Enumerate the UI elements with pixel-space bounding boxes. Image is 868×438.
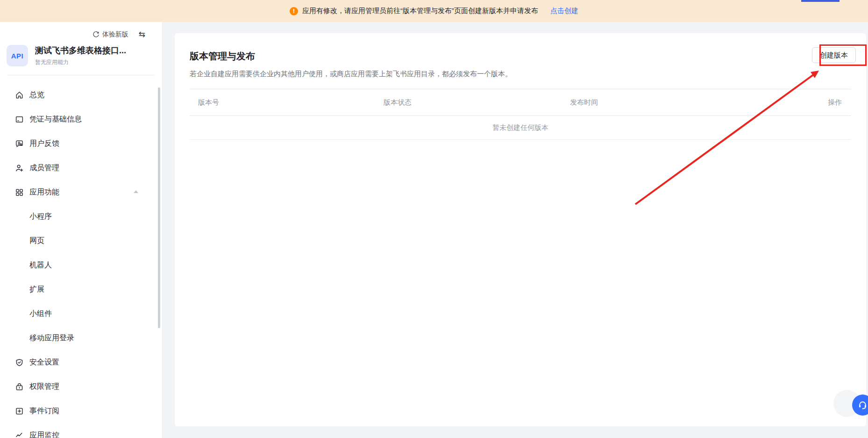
column-header-version-number: 版本号: [190, 98, 384, 107]
chevron-up-icon[interactable]: [134, 190, 138, 193]
sidebar-menu: 总览 凭证与基础信息 用户反馈 成员管理: [0, 75, 162, 438]
sidebar-item-web-app[interactable]: 网页: [0, 229, 162, 253]
app-header: API 测试飞书多维表格接口... 暂无应用能力: [7, 45, 155, 66]
refresh-icon: [92, 31, 100, 38]
sidebar-item-widget[interactable]: 小组件: [0, 302, 162, 326]
warning-icon: !: [290, 7, 298, 15]
sidebar-scrollbar[interactable]: [158, 87, 160, 328]
sidebar-item-mini-program[interactable]: 小程序: [0, 204, 162, 229]
sidebar-item-mobile-login[interactable]: 移动应用登录: [0, 326, 162, 350]
browser-loading-strip: [801, 0, 840, 2]
column-header-version-status: 版本状态: [384, 98, 570, 107]
sidebar-item-label: 安全设置: [29, 358, 59, 367]
sidebar-item-app-monitoring[interactable]: 应用监控: [0, 423, 162, 438]
headset-icon: [857, 400, 868, 410]
sidebar-item-label: 事件订阅: [29, 406, 59, 416]
app-layout: 体验新版 ⇆ API 测试飞书多维表格接口... 暂无应用能力 总览: [0, 22, 868, 438]
home-icon: [15, 91, 24, 100]
try-new-version-link[interactable]: 体验新版: [102, 30, 128, 39]
sidebar-item-label: 应用功能: [29, 187, 59, 197]
page-title: 版本管理与发布: [190, 50, 851, 63]
sidebar-item-event-subscription[interactable]: 事件订阅: [0, 399, 162, 423]
sidebar-item-member-management[interactable]: 成员管理: [0, 156, 162, 180]
sidebar-item-label: 扩展: [29, 285, 44, 294]
main-content-area: 版本管理与发布 若企业自建应用需要供企业内其他用户使用，或商店应用需要上架飞书应…: [163, 22, 868, 438]
column-header-publish-time: 发布时间: [570, 98, 778, 107]
sidebar-item-overview[interactable]: 总览: [0, 83, 162, 107]
credential-icon: [15, 115, 24, 124]
sidebar-item-label: 网页: [29, 236, 44, 246]
sidebar-item-security-settings[interactable]: 安全设置: [0, 350, 162, 374]
feedback-icon: [15, 139, 24, 148]
sidebar-item-label: 凭证与基础信息: [29, 115, 82, 124]
sidebar-item-extension[interactable]: 扩展: [0, 277, 162, 302]
grid-icon: [15, 188, 24, 197]
sidebar-item-label: 机器人: [29, 260, 52, 270]
sidebar-item-bot[interactable]: 机器人: [0, 253, 162, 277]
shield-check-icon: [15, 358, 24, 367]
column-header-actions: 操作: [778, 98, 851, 107]
sidebar-item-label: 小组件: [29, 309, 52, 319]
sidebar-item-permission-management[interactable]: 权限管理: [0, 374, 162, 399]
banner-create-link[interactable]: 点击创建: [550, 7, 578, 15]
sidebar-item-user-feedback[interactable]: 用户反馈: [0, 131, 162, 156]
create-version-button[interactable]: 创建版本: [812, 47, 856, 63]
sidebar-item-label: 用户反馈: [29, 139, 59, 149]
member-add-icon: [15, 164, 24, 172]
app-avatar: API: [7, 45, 28, 66]
sidebar-item-label: 小程序: [29, 212, 52, 222]
page-description: 若企业自建应用需要供企业内其他用户使用，或商店应用需要上架飞书应用目录，都必须发…: [190, 70, 851, 79]
sidebar-item-label: 总览: [29, 90, 44, 100]
app-name: 测试飞书多维表格接口...: [35, 45, 126, 56]
app-modified-banner: ! 应用有修改，请应用管理员前往“版本管理与发布”页面创建新版本并申请发布 点击…: [0, 0, 868, 22]
sidebar-item-label: 成员管理: [29, 163, 59, 173]
version-management-card: 版本管理与发布 若企业自建应用需要供企业内其他用户使用，或商店应用需要上架飞书应…: [175, 33, 866, 426]
lock-icon: [15, 382, 24, 391]
collapse-sidebar-icon[interactable]: ⇆: [139, 29, 145, 39]
event-plus-icon: [15, 407, 24, 416]
sidebar-item-app-features[interactable]: 应用功能: [0, 180, 162, 204]
table-empty-state: 暂未创建任何版本: [190, 116, 851, 140]
sidebar-item-label: 权限管理: [29, 382, 59, 392]
sidebar: 体验新版 ⇆ API 测试飞书多维表格接口... 暂无应用能力 总览: [0, 22, 163, 438]
sidebar-item-label: 移动应用登录: [29, 333, 74, 343]
sidebar-item-label: 应用监控: [29, 431, 59, 438]
app-subtitle: 暂无应用能力: [35, 58, 126, 66]
monitor-chart-icon: [15, 431, 24, 438]
sidebar-item-credentials[interactable]: 凭证与基础信息: [0, 107, 162, 131]
banner-text: 应用有修改，请应用管理员前往“版本管理与发布”页面创建新版本并申请发布: [302, 7, 538, 15]
version-table-header: 版本号 版本状态 发布时间 操作: [190, 89, 851, 116]
version-table: 版本号 版本状态 发布时间 操作 暂未创建任何版本: [190, 89, 851, 140]
